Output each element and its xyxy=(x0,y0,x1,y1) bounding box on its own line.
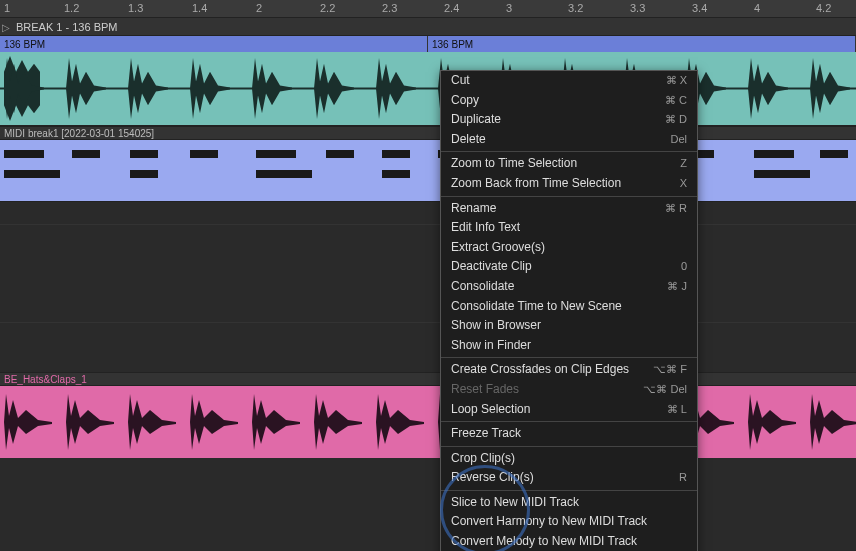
menu-item[interactable]: Deactivate Clip0 xyxy=(441,257,697,277)
menu-item[interactable]: Rename⌘ R xyxy=(441,199,697,219)
menu-item-label: Reset Fades xyxy=(451,382,519,398)
ruler-tick: 2.4 xyxy=(444,2,459,14)
menu-item-shortcut: ⌘ D xyxy=(665,112,687,128)
menu-item-label: Deactivate Clip xyxy=(451,259,532,275)
menu-item-label: Zoom to Time Selection xyxy=(451,156,577,172)
track-audio-clip-3[interactable] xyxy=(0,386,856,458)
menu-item[interactable]: Zoom to Time SelectionZ xyxy=(441,154,697,174)
menu-item-label: Copy xyxy=(451,93,479,109)
menu-item[interactable]: Reverse Clip(s)R xyxy=(441,468,697,488)
track-audio-clip-1[interactable] xyxy=(0,52,856,126)
menu-item[interactable]: Show in Browser xyxy=(441,316,697,336)
midi-note[interactable] xyxy=(256,150,296,158)
menu-item-shortcut: ⌘ J xyxy=(667,279,687,295)
tempo-segment-right[interactable]: 136 BPM xyxy=(428,36,856,52)
menu-separator xyxy=(441,490,697,491)
menu-separator xyxy=(441,357,697,358)
menu-separator xyxy=(441,421,697,422)
menu-item-label: Delete xyxy=(451,132,486,148)
menu-item-shortcut: ⌥⌘ F xyxy=(653,362,687,378)
menu-item-label: Create Crossfades on Clip Edges xyxy=(451,362,629,378)
menu-item[interactable]: Copy⌘ C xyxy=(441,91,697,111)
ruler-tick: 2 xyxy=(256,2,262,14)
midi-note[interactable] xyxy=(820,150,848,158)
menu-item[interactable]: Freeze Track xyxy=(441,424,697,444)
menu-item[interactable]: Duplicate⌘ D xyxy=(441,110,697,130)
menu-item[interactable]: Show in Finder xyxy=(441,336,697,356)
locator-row[interactable]: ▷ BREAK 1 - 136 BPM xyxy=(0,18,856,36)
menu-item[interactable]: Loop Selection⌘ L xyxy=(441,400,697,420)
ruler-tick: 1.4 xyxy=(192,2,207,14)
menu-item[interactable]: Convert Melody to New MIDI Track xyxy=(441,532,697,551)
timeline-ruler[interactable]: 11.21.31.422.22.32.433.23.33.444.2 xyxy=(0,0,856,18)
midi-note[interactable] xyxy=(72,150,100,158)
tempo-value: 136 BPM xyxy=(4,39,45,50)
menu-item[interactable]: Cut⌘ X xyxy=(441,71,697,91)
ruler-tick: 3 xyxy=(506,2,512,14)
ruler-tick: 3.3 xyxy=(630,2,645,14)
track-midi-clip[interactable] xyxy=(0,140,856,202)
midi-note[interactable] xyxy=(4,170,60,178)
menu-item-label: Slice to New MIDI Track xyxy=(451,495,579,511)
menu-item-shortcut: R xyxy=(679,470,687,486)
menu-item-shortcut: ⌘ X xyxy=(666,73,687,89)
midi-note[interactable] xyxy=(326,150,354,158)
midi-note[interactable] xyxy=(382,150,410,158)
menu-item[interactable]: Crop Clip(s) xyxy=(441,449,697,469)
menu-item-label: Reverse Clip(s) xyxy=(451,470,534,486)
ruler-tick: 1 xyxy=(4,2,10,14)
menu-separator xyxy=(441,196,697,197)
menu-item-label: Zoom Back from Time Selection xyxy=(451,176,621,192)
menu-item-shortcut: Z xyxy=(680,156,687,172)
tempo-segment-left[interactable]: 136 BPM xyxy=(0,36,428,52)
menu-item[interactable]: Edit Info Text xyxy=(441,218,697,238)
menu-item-label: Convert Harmony to New MIDI Track xyxy=(451,514,647,530)
menu-item-label: Crop Clip(s) xyxy=(451,451,515,467)
midi-note[interactable] xyxy=(130,150,158,158)
menu-separator xyxy=(441,446,697,447)
waveform-repeat xyxy=(0,52,856,125)
ruler-tick: 2.3 xyxy=(382,2,397,14)
menu-item-label: Convert Melody to New MIDI Track xyxy=(451,534,637,550)
menu-item[interactable]: Extract Groove(s) xyxy=(441,238,697,258)
menu-item[interactable]: DeleteDel xyxy=(441,130,697,150)
menu-item-label: Show in Finder xyxy=(451,338,531,354)
ruler-tick: 3.4 xyxy=(692,2,707,14)
menu-item-shortcut: 0 xyxy=(681,259,687,275)
menu-item[interactable]: Consolidate Time to New Scene xyxy=(441,297,697,317)
menu-item-label: Duplicate xyxy=(451,112,501,128)
clip-name-label: BE_Hats&Claps_1 xyxy=(4,374,87,385)
menu-item-shortcut: Del xyxy=(670,132,687,148)
tempo-row[interactable]: 136 BPM 136 BPM xyxy=(0,36,856,52)
menu-item[interactable]: Consolidate⌘ J xyxy=(441,277,697,297)
menu-item-label: Show in Browser xyxy=(451,318,541,334)
ruler-tick: 1.3 xyxy=(128,2,143,14)
menu-item-label: Consolidate Time to New Scene xyxy=(451,299,622,315)
waveform-icon xyxy=(0,386,856,458)
menu-item[interactable]: Create Crossfades on Clip Edges⌥⌘ F xyxy=(441,360,697,380)
menu-item-label: Consolidate xyxy=(451,279,514,295)
midi-note[interactable] xyxy=(4,150,44,158)
midi-note[interactable] xyxy=(190,150,218,158)
empty-track-area[interactable] xyxy=(0,202,856,372)
menu-item[interactable]: Convert Harmony to New MIDI Track xyxy=(441,512,697,532)
ruler-tick: 2.2 xyxy=(320,2,335,14)
track-clip-header-hats[interactable]: BE_Hats&Claps_1 xyxy=(0,372,856,386)
menu-item[interactable]: Zoom Back from Time SelectionX xyxy=(441,174,697,194)
menu-item-shortcut: X xyxy=(680,176,687,192)
ruler-tick: 3.2 xyxy=(568,2,583,14)
menu-item[interactable]: Slice to New MIDI Track xyxy=(441,493,697,513)
midi-note[interactable] xyxy=(256,170,312,178)
midi-note[interactable] xyxy=(130,170,158,178)
midi-note[interactable] xyxy=(382,170,410,178)
menu-separator xyxy=(441,151,697,152)
menu-item-shortcut: ⌘ L xyxy=(667,402,687,418)
midi-note[interactable] xyxy=(754,150,794,158)
menu-item-shortcut: ⌘ R xyxy=(665,201,687,217)
context-menu: Cut⌘ XCopy⌘ CDuplicate⌘ DDeleteDelZoom t… xyxy=(440,70,698,551)
midi-note[interactable] xyxy=(754,170,810,178)
menu-item-label: Edit Info Text xyxy=(451,220,520,236)
track-clip-header-midi[interactable]: MIDI break1 [2022-03-01 154025] xyxy=(0,126,856,140)
locator-label: BREAK 1 - 136 BPM xyxy=(16,21,118,33)
ruler-tick: 4 xyxy=(754,2,760,14)
